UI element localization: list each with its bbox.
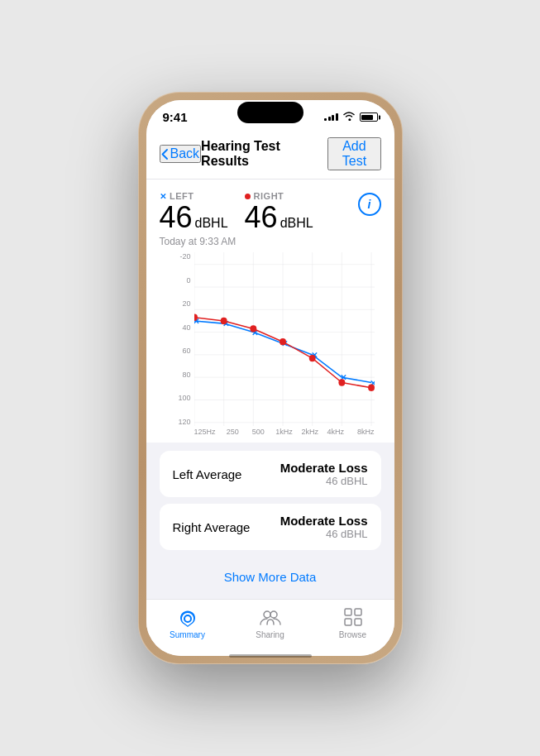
svg-rect-26 [345, 609, 351, 615]
nav-bar: Back Hearing Test Results Add Test [146, 129, 394, 179]
right-point-1k [280, 338, 286, 345]
svg-rect-28 [345, 619, 351, 625]
right-average-label: Right Average [173, 520, 251, 534]
back-label: Back [170, 146, 200, 161]
result-card: ✕ LEFT 46 dBHL [146, 179, 394, 443]
info-button[interactable]: i [358, 193, 381, 216]
tab-bar: Summary Sharing [146, 599, 394, 656]
tab-browse[interactable]: Browse [312, 606, 394, 639]
y-label-neg20: -20 [173, 252, 194, 261]
left-average-label: Left Average [173, 467, 242, 481]
sharing-tab-label: Sharing [256, 630, 284, 639]
svg-rect-27 [355, 609, 361, 615]
x-label-125: 125Hz [194, 428, 220, 436]
x-label-500: 500 [246, 428, 271, 436]
status-icons [324, 111, 378, 123]
y-label-80: 80 [173, 371, 194, 379]
show-more-section[interactable]: Show More Data [146, 558, 394, 599]
x-label-8k: 8kHz [348, 428, 374, 436]
right-point-4k [338, 379, 345, 385]
right-metric: RIGHT 46 dBHL [245, 191, 313, 232]
left-average-card: Left Average Moderate Loss 46 dBHL [160, 451, 381, 497]
right-classification: Moderate Loss [280, 514, 368, 528]
right-average-card: Right Average Moderate Loss 46 dBHL [160, 504, 381, 550]
home-indicator [229, 654, 312, 656]
browse-tab-label: Browse [339, 630, 366, 639]
tab-summary[interactable]: Summary [146, 606, 229, 639]
result-date: Today at 9:33 AM [160, 236, 313, 247]
right-average-value: 46 dBHL [280, 528, 368, 540]
y-label-40: 40 [173, 323, 194, 332]
left-metric: ✕ LEFT 46 dBHL [160, 191, 228, 232]
y-label-20: 20 [173, 299, 194, 308]
y-label-0: 0 [173, 276, 194, 285]
left-x-icon: ✕ [160, 192, 167, 201]
wifi-icon [342, 111, 356, 123]
x-label-250: 250 [220, 428, 246, 436]
y-label-100: 100 [173, 394, 194, 402]
right-point-500 [250, 325, 256, 332]
summary-tab-label: Summary [170, 630, 205, 639]
browse-icon [342, 606, 364, 628]
sharing-icon [260, 606, 281, 628]
x-label-1k: 1kHz [271, 428, 297, 436]
left-average-value: 46 dBHL [280, 475, 368, 487]
status-time: 9:41 [163, 110, 188, 124]
chart-svg: ✕ ✕ ✕ ✕ ✕ ✕ ✕ L [194, 252, 375, 426]
page-title: Hearing Test Results [201, 139, 327, 169]
y-label-60: 60 [173, 347, 194, 355]
svg-point-24 [264, 611, 270, 618]
x-label-2k: 2kHz [297, 428, 323, 436]
battery-icon [360, 112, 378, 122]
show-more-button[interactable]: Show More Data [217, 563, 323, 591]
left-classification: Moderate Loss [280, 461, 368, 475]
info-button-wrapper[interactable]: i [358, 193, 381, 216]
y-label-120: 120 [173, 418, 194, 426]
x-label-4k: 4kHz [323, 428, 348, 436]
right-value: 46 dBHL [245, 203, 313, 232]
right-average-result: Moderate Loss 46 dBHL [280, 514, 368, 540]
phone-shell: 9:41 [138, 92, 403, 664]
content-area: ✕ LEFT 46 dBHL [146, 179, 394, 599]
right-point-2k [308, 355, 315, 361]
add-test-button[interactable]: Add Test [327, 137, 380, 170]
right-point-8k [368, 385, 375, 391]
left-average-result: Moderate Loss 46 dBHL [280, 461, 368, 487]
averages-section: Left Average Moderate Loss 46 dBHL Right… [146, 443, 394, 558]
audiogram-chart: -20 0 20 40 60 80 100 120 [160, 252, 381, 443]
phone-screen: 9:41 [146, 100, 394, 656]
signal-bars-icon [324, 113, 338, 121]
dynamic-island [237, 102, 303, 123]
metrics-row: ✕ LEFT 46 dBHL [160, 191, 313, 232]
right-dot-icon [245, 194, 251, 199]
tab-sharing[interactable]: Sharing [229, 606, 312, 639]
summary-icon [177, 606, 198, 628]
right-point-250 [220, 318, 227, 324]
back-button[interactable]: Back [160, 145, 202, 163]
svg-rect-29 [355, 619, 361, 625]
x-axis-labels: 125Hz 250 500 1kHz 2kHz 4kHz 8kHz [194, 426, 375, 443]
left-value: 46 dBHL [160, 203, 228, 232]
svg-point-25 [270, 611, 277, 618]
